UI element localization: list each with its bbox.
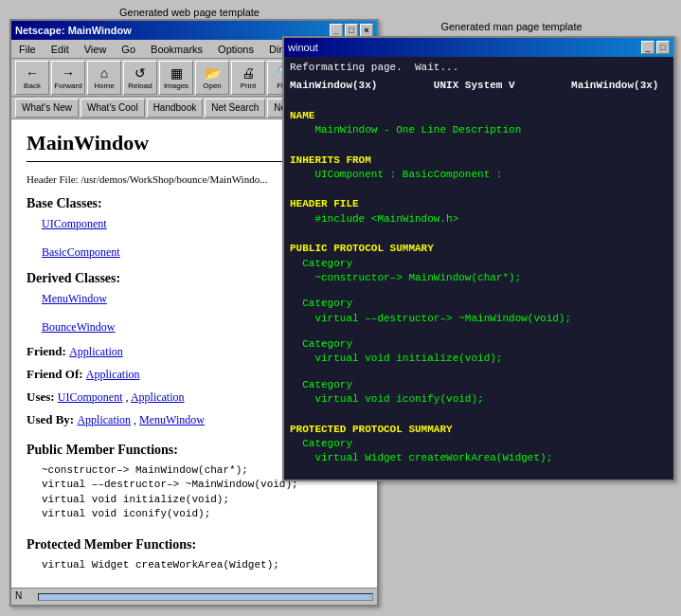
reload-label: Reload bbox=[128, 82, 152, 90]
web-window-title: Netscape: MainWindow bbox=[15, 25, 132, 36]
whats-new-button[interactable]: What's New bbox=[15, 99, 79, 118]
man-iconify: virtual void iconify(void); bbox=[290, 392, 668, 407]
menu-go[interactable]: Go bbox=[117, 42, 139, 57]
open-icon: 📂 bbox=[205, 65, 221, 81]
used-by-menuwindow-link[interactable]: MenuWindow bbox=[139, 413, 205, 426]
whats-cool-button[interactable]: What's Cool bbox=[81, 99, 145, 118]
header-file-label: Header File: bbox=[27, 173, 79, 185]
protected-member-list: virtual Widget createWorkArea(Widget); bbox=[42, 558, 362, 572]
man-page-window: winout _ □ Reformatting page. Wait... Ma… bbox=[282, 36, 675, 481]
web-title-buttons: _ □ × bbox=[330, 24, 373, 37]
man-protected-data: Protected Data Members bbox=[290, 478, 668, 480]
man-title-buttons: _ □ bbox=[641, 41, 670, 54]
home-icon: ⌂ bbox=[100, 65, 108, 81]
uses-uicomponent-link[interactable]: UIComponent bbox=[58, 390, 123, 404]
man-category-1: Category bbox=[290, 257, 668, 271]
man-header-file-content: #include <MainWindow.h> bbox=[290, 212, 668, 226]
public-member-3: virtual void initialize(void); bbox=[42, 493, 362, 507]
man-maximize-button[interactable]: □ bbox=[656, 41, 670, 54]
back-icon: ← bbox=[26, 65, 39, 81]
menu-edit[interactable]: Edit bbox=[47, 42, 73, 57]
back-button[interactable]: ← Back bbox=[15, 61, 49, 95]
friend-of-label: Friend Of: bbox=[27, 367, 86, 381]
friend-of-application-link[interactable]: Application bbox=[86, 368, 140, 381]
man-category-2: Category bbox=[290, 297, 668, 311]
images-button[interactable]: ▦ Images bbox=[159, 61, 193, 95]
web-window-label: Generated web page template bbox=[95, 7, 284, 18]
uses-label: Uses: bbox=[27, 390, 58, 404]
man-category-5: Category bbox=[290, 437, 668, 451]
used-by-label: Used By: bbox=[27, 412, 77, 426]
status-icon: N bbox=[15, 590, 34, 604]
back-label: Back bbox=[24, 82, 41, 90]
man-name-content: MainWindow - One Line Description bbox=[290, 123, 668, 137]
images-icon: ▦ bbox=[170, 65, 183, 81]
forward-button[interactable]: → Forward bbox=[51, 61, 85, 95]
man-createworkarea: virtual Widget createWorkArea(Widget); bbox=[290, 451, 668, 465]
used-by-application-link[interactable]: Application bbox=[77, 413, 131, 426]
print-icon: 🖨 bbox=[242, 65, 255, 81]
friend-application-link[interactable]: Application bbox=[69, 345, 123, 358]
man-content-area: Reformatting page. Wait... MainWindow(3x… bbox=[284, 57, 673, 480]
uses-application-link[interactable]: Application bbox=[131, 390, 185, 404]
images-label: Images bbox=[164, 82, 188, 90]
man-title-bar: winout _ □ bbox=[284, 38, 673, 57]
man-header-file-section: HEADER FILE bbox=[290, 197, 668, 211]
man-wait-message: Reformatting page. Wait... bbox=[290, 61, 668, 75]
forward-label: Forward bbox=[54, 82, 81, 90]
man-minimize-button[interactable]: _ bbox=[641, 41, 654, 54]
reload-button[interactable]: ↺ Reload bbox=[123, 61, 157, 95]
web-minimize-button[interactable]: _ bbox=[330, 24, 343, 37]
progress-bar bbox=[38, 593, 373, 601]
home-label: Home bbox=[94, 82, 114, 90]
protected-member-title: Protected Member Functions: bbox=[27, 537, 362, 553]
header-file-value: /usr/demos/WorkShop/bounce/MainWindo... bbox=[81, 173, 267, 185]
print-button[interactable]: 🖨 Print bbox=[231, 61, 265, 95]
man-category-4: Category bbox=[290, 378, 668, 392]
open-button[interactable]: 📂 Open bbox=[195, 61, 229, 95]
menu-options[interactable]: Options bbox=[214, 42, 258, 57]
web-maximize-button[interactable]: □ bbox=[345, 24, 358, 37]
man-initialize: virtual void initialize(void); bbox=[290, 352, 668, 366]
man-window-label: Generated man page template bbox=[407, 21, 616, 32]
man-public-section: PUBLIC PROTOCOL SUMMARY bbox=[290, 242, 668, 256]
man-inherits-section: INHERITS FROM bbox=[290, 154, 668, 168]
open-label: Open bbox=[203, 82, 222, 90]
menu-bookmarks[interactable]: Bookmarks bbox=[147, 42, 206, 57]
forward-icon: → bbox=[62, 65, 75, 81]
web-close-button[interactable]: × bbox=[360, 24, 373, 37]
home-button[interactable]: ⌂ Home bbox=[87, 61, 121, 95]
handbook-button[interactable]: Handbook bbox=[147, 99, 204, 118]
man-window-title: winout bbox=[288, 42, 318, 53]
man-protected-section: PROTECTED PROTOCOL SUMMARY bbox=[290, 423, 668, 437]
man-constructor: ~constructor–> MainWindow(char*); bbox=[290, 271, 668, 285]
web-status-bar: N bbox=[11, 588, 377, 605]
public-member-4: virtual void iconify(void); bbox=[42, 507, 362, 521]
man-title-area: winout bbox=[288, 42, 318, 53]
man-destructor: virtual ––destructor–> ~MainWindow(void)… bbox=[290, 312, 668, 326]
friend-label: Friend: bbox=[27, 344, 69, 358]
man-name-section: NAME bbox=[290, 109, 668, 123]
menu-file[interactable]: File bbox=[15, 42, 40, 57]
reload-icon: ↺ bbox=[134, 65, 146, 81]
man-inherits-content: UIComponent : BasicComponent : bbox=[290, 168, 668, 182]
protected-member-1: virtual Widget createWorkArea(Widget); bbox=[42, 558, 362, 572]
net-search-button[interactable]: Net Search bbox=[205, 99, 265, 118]
menu-view[interactable]: View bbox=[81, 42, 111, 57]
man-category-3: Category bbox=[290, 337, 668, 352]
man-header-line: MainWindow(3x) UNIX System V MainWindow(… bbox=[290, 79, 668, 93]
print-label: Print bbox=[241, 82, 256, 90]
